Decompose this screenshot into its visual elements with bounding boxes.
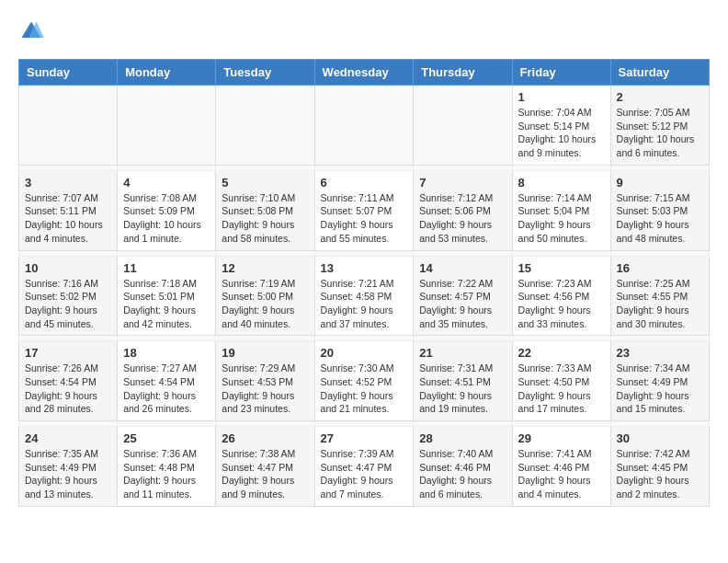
calendar-day-cell: 6Sunrise: 7:11 AM Sunset: 5:07 PM Daylig… [314, 170, 414, 250]
day-info: Sunrise: 7:15 AM Sunset: 5:03 PM Dayligh… [617, 191, 703, 246]
day-info: Sunrise: 7:40 AM Sunset: 4:46 PM Dayligh… [419, 447, 506, 501]
day-number: 28 [419, 431, 506, 445]
day-info: Sunrise: 7:26 AM Sunset: 4:54 PM Dayligh… [25, 362, 111, 416]
calendar-day-cell: 30Sunrise: 7:42 AM Sunset: 4:45 PM Dayli… [610, 427, 709, 507]
day-number: 25 [123, 431, 210, 445]
day-info: Sunrise: 7:39 AM Sunset: 4:47 PM Dayligh… [321, 447, 408, 501]
day-info: Sunrise: 7:18 AM Sunset: 5:01 PM Dayligh… [123, 277, 210, 331]
calendar-day-cell: 22Sunrise: 7:33 AM Sunset: 4:50 PM Dayli… [512, 341, 610, 421]
day-info: Sunrise: 7:12 AM Sunset: 5:06 PM Dayligh… [419, 191, 506, 246]
day-number: 24 [25, 431, 111, 445]
day-number: 5 [222, 176, 308, 190]
calendar-week-row: 1Sunrise: 7:04 AM Sunset: 5:14 PM Daylig… [19, 86, 710, 166]
day-number: 18 [123, 346, 210, 360]
calendar-day-cell: 11Sunrise: 7:18 AM Sunset: 5:01 PM Dayli… [118, 256, 216, 336]
day-number: 17 [25, 346, 111, 360]
day-number: 9 [617, 176, 703, 190]
day-number: 7 [419, 176, 506, 190]
calendar-day-cell: 28Sunrise: 7:40 AM Sunset: 4:46 PM Dayli… [414, 427, 512, 507]
calendar-day-cell: 13Sunrise: 7:21 AM Sunset: 4:58 PM Dayli… [314, 256, 414, 336]
calendar-day-cell: 25Sunrise: 7:36 AM Sunset: 4:48 PM Dayli… [118, 427, 216, 507]
day-number: 12 [222, 261, 308, 275]
calendar-day-cell [118, 86, 216, 166]
day-number: 20 [321, 346, 408, 360]
calendar-day-cell: 4Sunrise: 7:08 AM Sunset: 5:09 PM Daylig… [118, 170, 216, 250]
weekday-header: Friday [512, 60, 610, 86]
calendar-week-row: 3Sunrise: 7:07 AM Sunset: 5:11 PM Daylig… [19, 170, 710, 250]
day-number: 27 [321, 431, 408, 445]
day-info: Sunrise: 7:19 AM Sunset: 5:00 PM Dayligh… [222, 277, 308, 331]
day-info: Sunrise: 7:31 AM Sunset: 4:51 PM Dayligh… [419, 362, 506, 416]
calendar-day-cell: 29Sunrise: 7:41 AM Sunset: 4:46 PM Dayli… [512, 427, 610, 507]
day-number: 11 [123, 261, 210, 275]
day-info: Sunrise: 7:29 AM Sunset: 4:53 PM Dayligh… [222, 362, 308, 416]
logo-icon [18, 18, 44, 44]
day-info: Sunrise: 7:07 AM Sunset: 5:11 PM Dayligh… [25, 191, 111, 246]
day-number: 8 [518, 176, 605, 190]
day-info: Sunrise: 7:14 AM Sunset: 5:04 PM Dayligh… [518, 191, 605, 246]
calendar-day-cell: 18Sunrise: 7:27 AM Sunset: 4:54 PM Dayli… [118, 341, 216, 421]
day-info: Sunrise: 7:11 AM Sunset: 5:07 PM Dayligh… [321, 191, 408, 246]
day-info: Sunrise: 7:35 AM Sunset: 4:49 PM Dayligh… [25, 447, 111, 501]
day-info: Sunrise: 7:42 AM Sunset: 4:45 PM Dayligh… [617, 447, 703, 501]
day-info: Sunrise: 7:41 AM Sunset: 4:46 PM Dayligh… [518, 447, 605, 501]
day-number: 29 [518, 431, 605, 445]
calendar-day-cell: 24Sunrise: 7:35 AM Sunset: 4:49 PM Dayli… [19, 427, 118, 507]
day-number: 16 [617, 261, 703, 275]
calendar-day-cell: 9Sunrise: 7:15 AM Sunset: 5:03 PM Daylig… [610, 170, 709, 250]
calendar-day-cell [314, 86, 414, 166]
calendar-day-cell: 10Sunrise: 7:16 AM Sunset: 5:02 PM Dayli… [19, 256, 118, 336]
calendar-day-cell: 7Sunrise: 7:12 AM Sunset: 5:06 PM Daylig… [414, 170, 512, 250]
calendar-day-cell: 3Sunrise: 7:07 AM Sunset: 5:11 PM Daylig… [19, 170, 118, 250]
day-info: Sunrise: 7:04 AM Sunset: 5:14 PM Dayligh… [518, 106, 605, 160]
day-number: 4 [123, 176, 210, 190]
calendar-day-cell [216, 86, 314, 166]
day-number: 1 [518, 90, 605, 104]
day-info: Sunrise: 7:36 AM Sunset: 4:48 PM Dayligh… [123, 447, 210, 501]
calendar-day-cell [19, 86, 118, 166]
day-info: Sunrise: 7:10 AM Sunset: 5:08 PM Dayligh… [222, 191, 308, 246]
day-info: Sunrise: 7:21 AM Sunset: 4:58 PM Dayligh… [321, 277, 408, 331]
day-number: 13 [321, 261, 408, 275]
calendar-day-cell: 1Sunrise: 7:04 AM Sunset: 5:14 PM Daylig… [512, 86, 610, 166]
calendar-day-cell: 21Sunrise: 7:31 AM Sunset: 4:51 PM Dayli… [414, 341, 512, 421]
calendar-week-row: 17Sunrise: 7:26 AM Sunset: 4:54 PM Dayli… [19, 341, 710, 421]
day-number: 19 [222, 346, 308, 360]
weekday-header: Wednesday [314, 60, 414, 86]
calendar-week-row: 24Sunrise: 7:35 AM Sunset: 4:49 PM Dayli… [19, 427, 710, 507]
calendar-day-cell: 20Sunrise: 7:30 AM Sunset: 4:52 PM Dayli… [314, 341, 414, 421]
calendar-day-cell: 2Sunrise: 7:05 AM Sunset: 5:12 PM Daylig… [610, 86, 709, 166]
day-info: Sunrise: 7:08 AM Sunset: 5:09 PM Dayligh… [123, 191, 210, 246]
calendar-week-row: 10Sunrise: 7:16 AM Sunset: 5:02 PM Dayli… [19, 256, 710, 336]
day-info: Sunrise: 7:38 AM Sunset: 4:47 PM Dayligh… [222, 447, 308, 501]
day-number: 26 [222, 431, 308, 445]
calendar-day-cell: 19Sunrise: 7:29 AM Sunset: 4:53 PM Dayli… [216, 341, 314, 421]
weekday-header: Thursday [414, 60, 512, 86]
logo [18, 18, 48, 44]
calendar-day-cell: 5Sunrise: 7:10 AM Sunset: 5:08 PM Daylig… [216, 170, 314, 250]
calendar-day-cell: 26Sunrise: 7:38 AM Sunset: 4:47 PM Dayli… [216, 427, 314, 507]
day-number: 22 [518, 346, 605, 360]
weekday-header-row: SundayMondayTuesdayWednesdayThursdayFrid… [19, 60, 710, 86]
day-number: 23 [617, 346, 703, 360]
day-info: Sunrise: 7:25 AM Sunset: 4:55 PM Dayligh… [617, 277, 703, 331]
day-info: Sunrise: 7:05 AM Sunset: 5:12 PM Dayligh… [617, 106, 703, 160]
weekday-header: Tuesday [216, 60, 314, 86]
calendar: SundayMondayTuesdayWednesdayThursdayFrid… [18, 59, 710, 507]
weekday-header: Monday [118, 60, 216, 86]
calendar-day-cell: 14Sunrise: 7:22 AM Sunset: 4:57 PM Dayli… [414, 256, 512, 336]
weekday-header: Saturday [610, 60, 709, 86]
calendar-day-cell: 8Sunrise: 7:14 AM Sunset: 5:04 PM Daylig… [512, 170, 610, 250]
day-info: Sunrise: 7:22 AM Sunset: 4:57 PM Dayligh… [419, 277, 506, 331]
day-info: Sunrise: 7:16 AM Sunset: 5:02 PM Dayligh… [25, 277, 111, 331]
day-number: 3 [25, 176, 111, 190]
day-info: Sunrise: 7:34 AM Sunset: 4:49 PM Dayligh… [617, 362, 703, 416]
calendar-day-cell: 23Sunrise: 7:34 AM Sunset: 4:49 PM Dayli… [610, 341, 709, 421]
day-info: Sunrise: 7:33 AM Sunset: 4:50 PM Dayligh… [518, 362, 605, 416]
calendar-day-cell: 17Sunrise: 7:26 AM Sunset: 4:54 PM Dayli… [19, 341, 118, 421]
page-header [18, 18, 710, 44]
calendar-day-cell: 12Sunrise: 7:19 AM Sunset: 5:00 PM Dayli… [216, 256, 314, 336]
calendar-day-cell: 15Sunrise: 7:23 AM Sunset: 4:56 PM Dayli… [512, 256, 610, 336]
calendar-day-cell: 16Sunrise: 7:25 AM Sunset: 4:55 PM Dayli… [610, 256, 709, 336]
calendar-day-cell [414, 86, 512, 166]
